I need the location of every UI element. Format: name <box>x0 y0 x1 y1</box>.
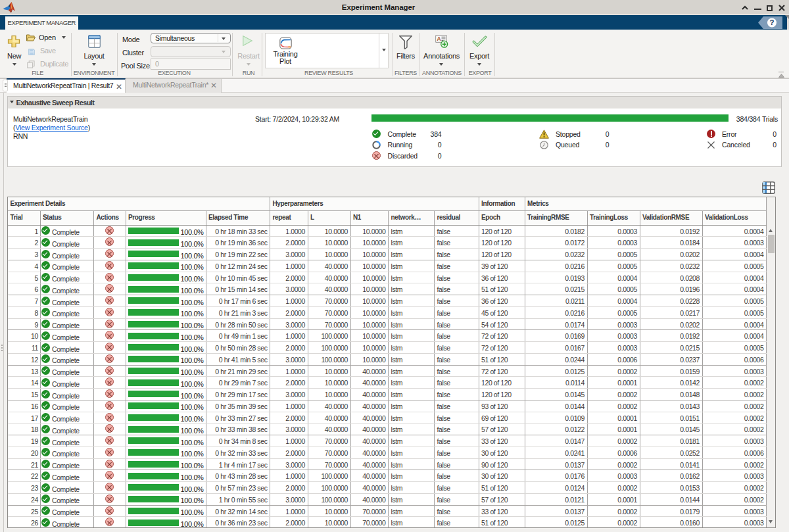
svg-text:?: ? <box>769 18 774 26</box>
svg-text:A: A <box>437 36 441 42</box>
